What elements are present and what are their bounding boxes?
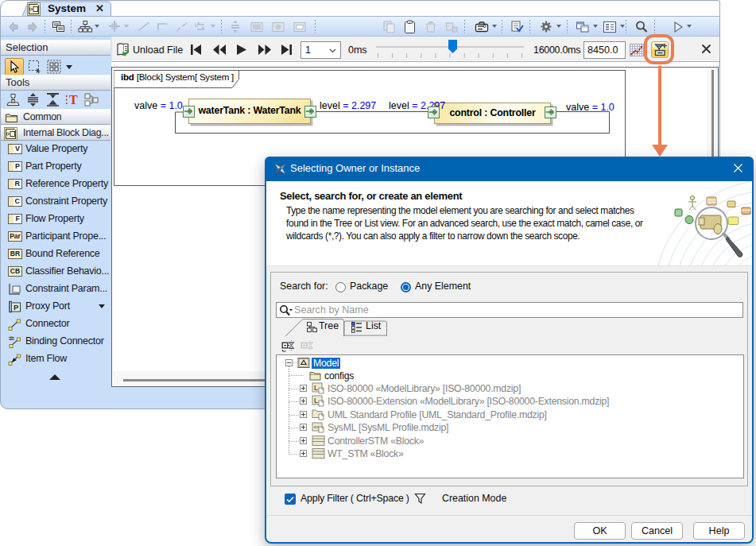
selection-dropdown-icon[interactable] — [66, 65, 72, 69]
run-simulation-button[interactable] — [670, 19, 685, 34]
rewind-button[interactable] — [212, 44, 227, 56]
text-tool[interactable]: T — [64, 92, 79, 110]
back-button[interactable] — [6, 19, 21, 34]
help-button[interactable]: Help — [693, 522, 745, 540]
palette-item-constraint-parameter[interactable]: Constraint Param... — [1, 281, 110, 298]
search-button[interactable] — [634, 19, 649, 34]
gear-dropdown-icon[interactable] — [556, 25, 561, 28]
palette-item-reference-property[interactable]: R Reference Property — [1, 176, 110, 193]
tree-row-iso80000[interactable]: L ISO-80000 «ModelLibrary» [ISO-80000.md… — [277, 382, 743, 396]
windows-button[interactable] — [575, 19, 590, 34]
fast-forward-button[interactable] — [258, 44, 272, 56]
delete-button[interactable] — [423, 19, 438, 34]
tree-row-model[interactable]: Model — [277, 357, 743, 370]
palette-item-constraint-property[interactable]: C Constraint Property — [1, 193, 110, 211]
related-elements-button[interactable] — [77, 19, 92, 34]
sticky-tool[interactable] — [6, 92, 21, 110]
skip-to-start-button[interactable] — [190, 44, 202, 56]
rectilinear-path-button[interactable] — [155, 19, 170, 34]
vertical-compress-tool[interactable] — [45, 92, 60, 110]
palette-item-binding-connector[interactable]: Binding Connector — [1, 333, 110, 350]
toolbox-dropdown-icon[interactable] — [492, 25, 497, 28]
expand-expander-icon[interactable] — [300, 424, 307, 431]
group-select-tool[interactable] — [47, 60, 62, 76]
image-shape-button[interactable] — [249, 19, 264, 34]
palette-item-part-property[interactable]: P Part Property — [1, 158, 110, 176]
expand-expander-icon[interactable] — [300, 385, 307, 392]
palette-item-connector[interactable]: Connector — [1, 316, 110, 333]
display-parts-button[interactable] — [107, 19, 122, 34]
palette-item-participant-property[interactable]: Par Participant Prope... — [1, 228, 110, 246]
forward-button[interactable] — [24, 19, 39, 34]
palette-item-bound-reference[interactable]: BR Bound Reference — [1, 246, 110, 263]
time-input[interactable]: 8450.0 — [583, 41, 626, 59]
palette-item-classifier-behavior[interactable]: CB Classifier Behavio... — [1, 263, 110, 281]
radio-any-element[interactable] — [401, 282, 411, 292]
image-shape-button-3[interactable] — [292, 19, 307, 34]
palette-header-tools[interactable]: Tools — [1, 75, 110, 91]
image-shape-button-2[interactable] — [270, 19, 285, 34]
distribute-shapes-button[interactable] — [227, 19, 242, 34]
filter-icon[interactable] — [414, 493, 426, 507]
validation-button[interactable] — [510, 19, 525, 34]
options-gear-button[interactable] — [538, 19, 553, 34]
related-elements-dropdown-icon[interactable] — [95, 25, 99, 28]
tree-row-configs[interactable]: configs — [277, 370, 743, 383]
tab-close-icon[interactable]: ✕ — [95, 2, 104, 14]
dialog-close-icon[interactable] — [732, 162, 745, 175]
pointer-tool-button[interactable] — [5, 58, 24, 76]
time-slider-thumb[interactable] — [448, 40, 457, 53]
swimlane-tool[interactable] — [83, 92, 99, 110]
palette-item-flow-property[interactable]: F Flow Property — [1, 211, 110, 228]
tab-list[interactable]: List — [366, 320, 381, 331]
tree-row-wtstm[interactable]: WT_STM «Block» — [277, 447, 743, 461]
expand-expander-icon[interactable] — [300, 411, 307, 418]
palette-header-common[interactable]: Common — [1, 109, 110, 125]
run-dropdown-icon[interactable] — [687, 25, 692, 28]
palette-header-ibd[interactable]: Internal Block Diag... — [1, 125, 110, 141]
tree-row-controllerstm[interactable]: ControllerSTM «Block» — [277, 435, 743, 448]
collapse-all-button[interactable] — [281, 340, 295, 354]
port-watertank-left[interactable] — [183, 106, 195, 118]
simulation-close-icon[interactable] — [701, 44, 711, 56]
proxy-port-dropdown-icon[interactable] — [99, 304, 105, 308]
port-watertank-right[interactable] — [304, 106, 316, 118]
palette-collapse-icon[interactable] — [49, 374, 60, 380]
skip-to-end-button[interactable] — [281, 44, 293, 56]
vertical-spacing-tool[interactable] — [25, 92, 41, 110]
list-dropdown-icon[interactable] — [620, 25, 625, 28]
containment-tree-button[interactable] — [51, 19, 66, 34]
block-control[interactable]: control : Controller — [434, 103, 551, 124]
cancel-button[interactable]: Cancel — [631, 522, 683, 540]
tree-row-iso80000-extension[interactable]: L ISO-80000-Extension «ModelLibrary» [IS… — [277, 395, 743, 409]
marquee-select-tool[interactable] — [28, 60, 42, 76]
tab-tree[interactable]: Tree — [319, 320, 339, 331]
display-parts-dropdown-icon[interactable] — [124, 25, 129, 28]
palette-item-item-flow[interactable]: Item Flow — [1, 350, 110, 368]
port-control-right[interactable] — [545, 106, 556, 118]
show-chart-button[interactable] — [630, 44, 644, 59]
palette-item-proxy-port[interactable]: P Proxy Port — [1, 298, 110, 316]
tab-system[interactable]: System ✕ — [21, 1, 112, 17]
radio-package[interactable] — [335, 282, 346, 292]
dependency-dropdown-icon[interactable] — [211, 25, 215, 28]
expand-expander-icon[interactable] — [300, 397, 307, 405]
play-button[interactable] — [236, 44, 247, 56]
expand-expander-icon[interactable] — [300, 450, 307, 457]
expand-all-button[interactable] — [300, 340, 314, 354]
expand-expander-icon[interactable] — [300, 437, 307, 444]
diagram-toolbox-button[interactable] — [474, 19, 489, 34]
apply-filter-checkbox[interactable] — [285, 494, 296, 505]
block-watertank[interactable]: waterTank : WaterTank — [188, 99, 311, 124]
tree-row-uml-profile[interactable]: UML Standard Profile [UML_Standard_Profi… — [277, 409, 743, 422]
unload-file-button[interactable]: Unload File — [133, 45, 183, 56]
dependency-direction-button[interactable] — [193, 19, 208, 34]
palette-header-selection[interactable]: Selection — [1, 40, 110, 56]
ok-button[interactable]: OK — [574, 522, 626, 540]
view-list-button[interactable] — [602, 19, 617, 34]
draw-path-button[interactable] — [136, 19, 151, 34]
palette-item-value-property[interactable]: V Value Property — [1, 141, 110, 158]
port-control-left[interactable] — [428, 106, 440, 118]
copy-button[interactable] — [382, 19, 397, 34]
windows-dropdown-icon[interactable] — [593, 25, 598, 28]
